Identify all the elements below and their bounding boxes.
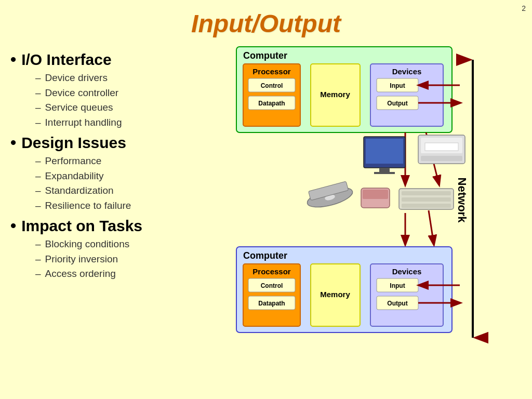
- top-output-label: Output: [387, 100, 407, 107]
- bullet-design-issues: • Design Issues: [10, 134, 229, 152]
- content-area: • I/O Interface Device drivers Device co…: [0, 44, 532, 387]
- top-processor-label: Processor: [252, 67, 291, 76]
- subitem-device-controller: Device controller: [35, 86, 229, 101]
- top-control-label: Control: [261, 82, 283, 89]
- bot-computer-label: Computer: [243, 250, 287, 261]
- subitem-device-drivers: Device drivers: [35, 71, 229, 86]
- subitem-access: Access ordering: [35, 267, 229, 282]
- svg-rect-14: [379, 168, 390, 172]
- subitem-service-queues: Service queues: [35, 100, 229, 115]
- impact-tasks-subitems: Blocking conditions Priority inversion A…: [35, 237, 229, 282]
- subitem-expandability: Expandability: [35, 169, 229, 184]
- slide-number: 2: [522, 4, 526, 12]
- bullet-io-interface: • I/O Interface: [10, 51, 229, 69]
- bullet-dot-1: •: [10, 51, 16, 68]
- subitem-priority: Priority inversion: [35, 252, 229, 267]
- svg-rect-26: [402, 191, 451, 195]
- svg-rect-19: [421, 156, 462, 161]
- bullet-impact-tasks-label: Impact on Tasks: [21, 217, 142, 235]
- top-datapath-label: Datapath: [258, 100, 285, 107]
- top-computer-label: Computer: [243, 50, 287, 61]
- bot-devices-label: Devices: [392, 267, 422, 276]
- bot-memory-label: Memory: [320, 290, 350, 299]
- bullet-io-interface-label: I/O Interface: [21, 51, 111, 69]
- left-column: • I/O Interface Device drivers Device co…: [10, 44, 229, 387]
- svg-rect-15: [374, 172, 395, 174]
- subitem-resilience: Resilience to failure: [35, 198, 229, 214]
- bot-control-label: Control: [261, 282, 283, 289]
- design-issues-subitems: Performance Expandability Standardizatio…: [35, 154, 229, 213]
- top-devices-label: Devices: [392, 67, 422, 76]
- bullet-design-issues-label: Design Issues: [21, 134, 126, 152]
- bot-processor-label: Processor: [252, 267, 291, 276]
- bullet-dot-2: •: [10, 134, 16, 151]
- right-column: Computer Processor Control Datapath Memo…: [234, 44, 522, 387]
- io-interface-subitems: Device drivers Device controller Service…: [35, 71, 229, 130]
- svg-line-30: [429, 210, 434, 244]
- svg-rect-13: [366, 139, 403, 164]
- svg-rect-18: [425, 143, 458, 151]
- bullet-impact-tasks: • Impact on Tasks: [10, 217, 229, 235]
- subitem-performance: Performance: [35, 154, 229, 169]
- subitem-blocking: Blocking conditions: [35, 237, 229, 252]
- network-label: Network: [456, 178, 469, 223]
- top-input-label: Input: [390, 82, 405, 89]
- subitem-interrupt-handling: Interrupt handling: [35, 115, 229, 130]
- svg-rect-28: [402, 204, 451, 208]
- bot-output-label: Output: [387, 300, 407, 307]
- top-memory-label: Memory: [320, 90, 350, 99]
- svg-rect-24: [363, 190, 388, 199]
- bot-input-label: Input: [390, 282, 405, 289]
- bullet-dot-3: •: [10, 217, 16, 234]
- diagram-svg: Computer Processor Control Datapath Memo…: [234, 44, 488, 387]
- bot-datapath-label: Datapath: [258, 300, 285, 307]
- subitem-standardization: Standardization: [35, 183, 229, 198]
- slide-title: Input/Output: [0, 0, 532, 44]
- svg-rect-27: [402, 197, 451, 202]
